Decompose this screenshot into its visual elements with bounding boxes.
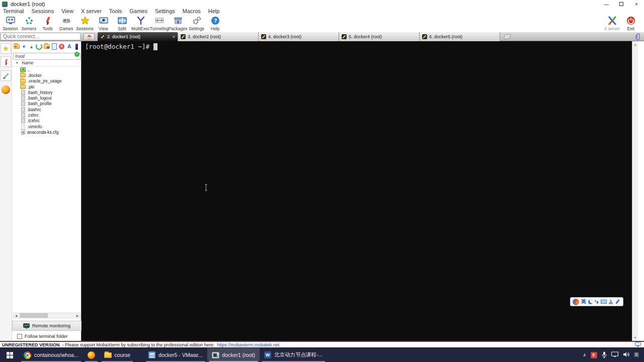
split-button[interactable]: Split: [113, 15, 131, 31]
toolbar-label: Settings: [189, 26, 204, 31]
tray-volume-icon[interactable]: [623, 351, 629, 358]
path-input[interactable]: [13, 53, 80, 60]
multiexec-button[interactable]: MultiExec: [131, 15, 150, 31]
parent-folder-button[interactable]: [13, 43, 20, 50]
horizontal-scrollbar[interactable]: ◀ ▶: [13, 313, 80, 318]
ime-toolbox-icon[interactable]: [615, 299, 620, 304]
scroll-right-icon[interactable]: ▶: [75, 314, 80, 317]
tray-ime-language[interactable]: 英: [634, 351, 639, 358]
file-row[interactable]: .docker: [12, 72, 82, 78]
taskbar-item-vmware[interactable]: docker5 - VMwar...: [144, 348, 207, 362]
download-button[interactable]: [21, 43, 27, 50]
ime-language-indicator[interactable]: 英: [581, 298, 586, 305]
file-row[interactable]: ..: [12, 67, 82, 72]
file-row[interactable]: .cshrc: [12, 112, 82, 118]
scroll-down-icon[interactable]: ▼: [632, 334, 638, 341]
taskbar-item-firefox[interactable]: [83, 348, 100, 362]
quick-connect-input[interactable]: [1, 33, 80, 40]
menu-macros[interactable]: Macros: [183, 8, 201, 15]
file-row[interactable]: .pki: [12, 84, 82, 89]
menu-settings[interactable]: Settings: [155, 8, 175, 15]
tray-microphone-icon[interactable]: [602, 351, 607, 359]
rename-button[interactable]: [66, 43, 72, 50]
taskbar-item-course-folder[interactable]: course: [100, 348, 135, 362]
tools-button[interactable]: Tools: [38, 15, 57, 31]
delete-button[interactable]: [58, 43, 65, 50]
new-file-button[interactable]: [51, 43, 57, 50]
name-column-header[interactable]: ▾ Name: [12, 60, 82, 66]
ime-toolbar[interactable]: 英: [570, 297, 623, 306]
x-server-button[interactable]: X server: [603, 15, 621, 31]
servers-icon: [24, 16, 34, 26]
menu-help[interactable]: Help: [208, 8, 220, 15]
tab-docker4[interactable]: 5. docker4 (root): [339, 32, 420, 41]
file-row[interactable]: .bash_history: [12, 89, 82, 95]
tray-recorder-icon[interactable]: E: [591, 352, 597, 358]
tray-expand-chevron[interactable]: ∧: [583, 352, 586, 357]
taskbar-item-word[interactable]: W 北京动力节点课程-...: [260, 348, 327, 362]
menu-terminal[interactable]: Terminal: [3, 8, 24, 15]
ime-halfwidth-moon-icon[interactable]: [588, 300, 593, 304]
new-folder-button[interactable]: [43, 43, 50, 50]
terminal-area[interactable]: [root@docker1 ~]# 英: [82, 41, 632, 341]
menu-tools[interactable]: Tools: [109, 8, 122, 15]
taskbar-item-chrome[interactable]: containous/whoa...: [19, 348, 83, 362]
scroll-up-icon[interactable]: ▲: [632, 41, 638, 48]
taskbar-item-mobaxterm[interactable]: docker1 (root): [207, 348, 260, 362]
file-row[interactable]: .bashrc: [12, 107, 82, 112]
menu-games[interactable]: Games: [130, 8, 147, 15]
edit-button[interactable]: [73, 43, 80, 50]
ime-profile-icon[interactable]: [609, 300, 613, 304]
tab-docker1[interactable]: 2. docker1 (root) ×: [98, 32, 178, 41]
menu-x-server[interactable]: X server: [81, 8, 102, 15]
minimize-button[interactable]: —: [599, 0, 614, 8]
file-row[interactable]: .oracle_jre_usage: [12, 78, 82, 84]
file-row[interactable]: anaconda-ks.cfg: [12, 129, 82, 135]
file-row[interactable]: .bash_logout: [12, 95, 82, 101]
ime-punctuation-icon[interactable]: [595, 300, 599, 304]
file-row[interactable]: .tcshrc: [12, 118, 82, 124]
scrollbar-thumb[interactable]: [20, 313, 48, 318]
file-row[interactable]: .bash_profile: [12, 101, 82, 107]
tab-docker5[interactable]: 6. docker5 (root): [420, 32, 500, 41]
maximize-button[interactable]: [614, 0, 629, 8]
servers-button[interactable]: Servers: [20, 15, 38, 31]
tab-docker3[interactable]: 4. docker3 (root): [259, 32, 339, 41]
view-button[interactable]: View: [94, 15, 113, 31]
status-display-icon[interactable]: [635, 342, 641, 348]
ime-logo-icon[interactable]: [573, 299, 579, 305]
games-button[interactable]: Games: [57, 15, 75, 31]
new-tab-button[interactable]: [503, 34, 511, 39]
sessions-panel-tab[interactable]: ★: [1, 43, 11, 54]
start-button[interactable]: [0, 348, 19, 362]
tools-panel-tab[interactable]: [1, 56, 11, 67]
menu-sessions[interactable]: Sessions: [32, 8, 54, 15]
home-tab-button[interactable]: [84, 33, 95, 40]
remote-monitoring-button[interactable]: Remote monitoring: [12, 321, 82, 331]
scrollbar-track[interactable]: [632, 48, 638, 334]
sftp-panel-tab[interactable]: [2, 85, 10, 94]
tray-display-icon[interactable]: [611, 351, 618, 358]
help-button[interactable]: ? Help: [206, 15, 224, 31]
session-button[interactable]: Session: [1, 15, 20, 31]
packages-button[interactable]: Packages: [169, 15, 187, 31]
scroll-left-icon[interactable]: ◀: [14, 314, 19, 317]
mobatek-link[interactable]: https://mobaxterm.mobatek.net: [217, 342, 279, 347]
close-button[interactable]: ×: [629, 0, 644, 8]
exit-button[interactable]: Exit: [621, 15, 640, 31]
settings-button[interactable]: Settings: [187, 15, 206, 31]
sessions-button[interactable]: Sessions: [75, 15, 94, 31]
follow-terminal-row[interactable]: Follow terminal folder: [12, 332, 82, 341]
terminal-scrollbar[interactable]: ▲ ▼: [632, 41, 638, 341]
tunneling-button[interactable]: Tunneling: [150, 15, 169, 31]
macros-panel-tab[interactable]: [1, 70, 11, 81]
path-ok-icon[interactable]: ✓: [74, 52, 79, 57]
follow-terminal-checkbox[interactable]: [17, 334, 22, 339]
tab-docker2[interactable]: 3. docker2 (root): [178, 32, 259, 41]
file-row[interactable]: .viminfo: [12, 124, 82, 129]
refresh-button[interactable]: [36, 43, 42, 50]
upload-button[interactable]: [28, 43, 35, 50]
ime-soft-keyboard-icon[interactable]: [601, 300, 607, 304]
tab-close-icon[interactable]: ×: [173, 34, 175, 39]
menu-view[interactable]: View: [61, 8, 73, 15]
